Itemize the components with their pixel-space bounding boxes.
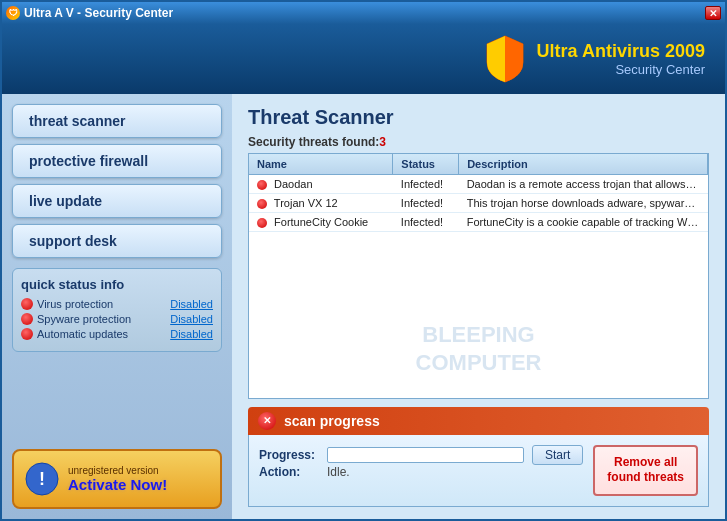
scan-progress-body: Progress: Start Action: Idle.: [248, 435, 709, 507]
progress-label: Progress:: [259, 448, 319, 462]
spyware-protection-link[interactable]: Disabled: [170, 313, 213, 325]
scan-progress-icon: ✕: [258, 412, 276, 430]
virus-protection-label: Virus protection: [37, 298, 166, 310]
main-window: 🛡 Ultra A V - Security Center ✕ Ultra An…: [0, 0, 727, 521]
shield-icon: [483, 34, 527, 84]
spyware-protection-dot: [21, 313, 33, 325]
virus-protection-dot: [21, 298, 33, 310]
threat-table-container: Name Status Description Daodan Infected!: [248, 153, 709, 399]
threat-desc-3: FortuneCity is a cookie capable of track…: [459, 213, 708, 232]
title-bar: 🛡 Ultra A V - Security Center ✕: [2, 2, 725, 24]
watermark: BLEEPING COMPUTER: [416, 321, 542, 378]
threat-status-1: Infected!: [393, 175, 459, 194]
col-name: Name: [249, 154, 393, 175]
auto-updates-dot: [21, 328, 33, 340]
threat-status-3: Infected!: [393, 213, 459, 232]
header-text: Ultra Antivirus 2009 Security Center: [537, 41, 705, 77]
threats-found-label: Security threats found:3: [248, 135, 709, 149]
col-status: Status: [393, 154, 459, 175]
col-description: Description: [459, 154, 708, 175]
spyware-protection-label: Spyware protection: [37, 313, 166, 325]
brand-name: Ultra Antivirus 2009: [537, 41, 705, 62]
page-title: Threat Scanner: [248, 106, 709, 129]
activate-text: unregistered version Activate Now!: [68, 465, 210, 493]
unregistered-label: unregistered version: [68, 465, 210, 476]
action-value: Idle.: [327, 465, 350, 479]
activate-now-label[interactable]: Activate Now!: [68, 476, 210, 493]
table-row: FortuneCity Cookie Infected! FortuneCity…: [249, 213, 708, 232]
progress-bar-container: [327, 447, 524, 463]
main-content: threat scanner protective firewall live …: [2, 94, 725, 519]
virus-protection-row: Virus protection Disabled: [21, 298, 213, 310]
spyware-protection-row: Spyware protection Disabled: [21, 313, 213, 325]
table-row: Trojan VX 12 Infected! This trojan horse…: [249, 194, 708, 213]
quick-status-panel: quick status info Virus protection Disab…: [12, 268, 222, 352]
threat-dot-1: [257, 180, 267, 190]
scan-progress-section: ✕ scan progress Progress: Start: [248, 407, 709, 507]
title-bar-text: 🛡 Ultra A V - Security Center: [6, 6, 173, 20]
header: Ultra Antivirus 2009 Security Center: [2, 24, 725, 94]
action-row: Action: Idle.: [259, 465, 583, 479]
progress-row: Progress: Start: [259, 445, 583, 465]
nav-support-desk[interactable]: support desk: [12, 224, 222, 258]
action-label: Action:: [259, 465, 319, 479]
sidebar: threat scanner protective firewall live …: [2, 94, 232, 519]
scan-with-remove: Progress: Start Action: Idle.: [259, 445, 698, 496]
threat-dot-3: [257, 218, 267, 228]
activate-icon: !: [24, 461, 60, 497]
auto-updates-link[interactable]: Disabled: [170, 328, 213, 340]
threat-name-2: Trojan VX 12: [249, 194, 393, 213]
threat-table: Name Status Description Daodan Infected!: [249, 154, 708, 232]
virus-protection-link[interactable]: Disabled: [170, 298, 213, 310]
threat-name-3: FortuneCity Cookie: [249, 213, 393, 232]
auto-updates-label: Automatic updates: [37, 328, 166, 340]
threats-count: 3: [379, 135, 386, 149]
threat-desc-2: This trojan horse downloads adware, spyw…: [459, 194, 708, 213]
scan-details: Progress: Start Action: Idle.: [259, 445, 583, 496]
threat-desc-1: Daodan is a remote access trojan that al…: [459, 175, 708, 194]
close-button[interactable]: ✕: [705, 6, 721, 20]
quick-status-title: quick status info: [21, 277, 213, 292]
remove-threats-button[interactable]: Remove all found threats: [593, 445, 698, 496]
activate-box[interactable]: ! unregistered version Activate Now!: [12, 449, 222, 509]
brand-subtitle: Security Center: [537, 62, 705, 77]
threat-name-1: Daodan: [249, 175, 393, 194]
nav-protective-firewall[interactable]: protective firewall: [12, 144, 222, 178]
brand-container: Ultra Antivirus 2009 Security Center: [483, 34, 705, 84]
table-header-row: Name Status Description: [249, 154, 708, 175]
svg-text:!: !: [39, 469, 45, 489]
scan-progress-title: scan progress: [284, 413, 380, 429]
nav-threat-scanner[interactable]: threat scanner: [12, 104, 222, 138]
scan-progress-header: ✕ scan progress: [248, 407, 709, 435]
threat-dot-2: [257, 199, 267, 209]
nav-live-update[interactable]: live update: [12, 184, 222, 218]
app-icon: 🛡: [6, 6, 20, 20]
table-row: Daodan Infected! Daodan is a remote acce…: [249, 175, 708, 194]
content-area: Threat Scanner Security threats found:3 …: [232, 94, 725, 519]
threat-status-2: Infected!: [393, 194, 459, 213]
start-button[interactable]: Start: [532, 445, 583, 465]
auto-updates-row: Automatic updates Disabled: [21, 328, 213, 340]
